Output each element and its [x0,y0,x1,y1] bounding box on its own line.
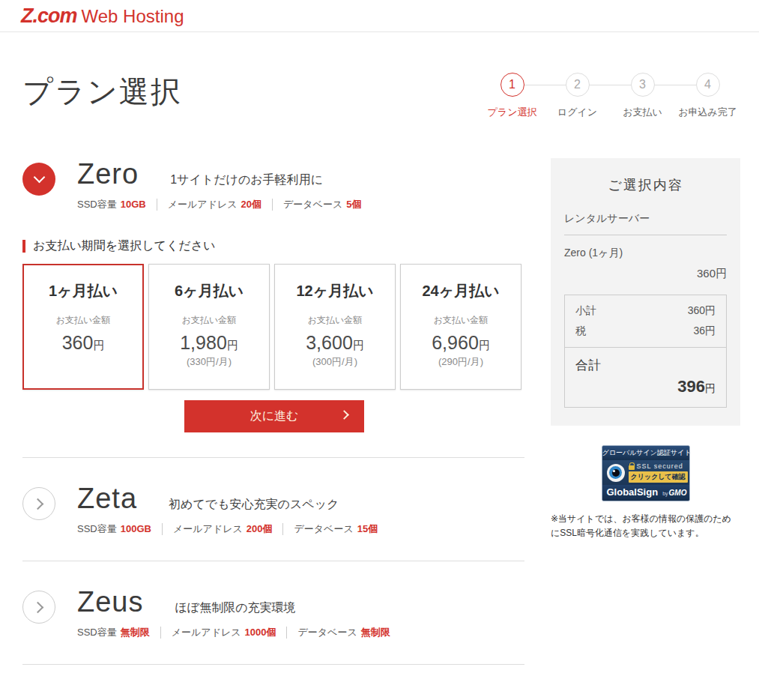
payment-option-24month[interactable]: 24ヶ月払い お支払い金額 6,960円 (290円/月) [400,264,521,390]
seal-title: グローバルサイン認証サイト [602,446,689,460]
option-price: 1,980円 [149,332,269,354]
plan-zeus-desc: ほぼ無制限の充実環境 [175,600,295,616]
option-price: 6,960円 [401,332,521,354]
spec-value: 5個 [346,198,361,211]
spec-value: 1000個 [245,626,276,639]
price-number: 3,600 [306,332,353,353]
plan-zeta-name: Zeta [77,483,137,515]
price-number: 6,960 [432,332,479,353]
option-price: 3,600円 [275,332,395,354]
option-amount-label: お支払い金額 [24,314,142,327]
spec-label: メールアドレス [168,198,238,211]
spec-separator [272,199,273,211]
globalsign-ssl-seal[interactable]: グローバルサイン認証サイト SSL secured クリックして確認 [602,445,690,501]
option-amount-label: お支払い金額 [275,314,395,327]
globalsign-wordmark: GlobalSign [607,486,659,498]
next-button-label: 次に進む [250,409,299,422]
total-value: 396円 [575,377,716,396]
option-monthly-price: (290円/月) [401,355,521,369]
plan-zeta-specs: SSD容量100GB メールアドレス200個 データベース15個 [77,522,378,536]
step-4-label: お申込み完了 [678,106,737,119]
step-2-label: ログイン [557,106,597,119]
spec-label: SSD容量 [77,198,117,211]
ssl-note: ※当サイトでは、お客様の情報の保護のためにSSL暗号化通信を実践しています。 [551,512,740,540]
total-label: 合計 [575,357,716,374]
section-divider [22,664,524,665]
plan-zero-name: Zero [77,158,139,190]
click-to-verify-badge: クリックして確認 [629,471,688,483]
option-title: 12ヶ月払い [275,281,395,301]
summary-category: レンタルサーバー [564,212,727,235]
spec-separator [157,199,157,211]
step-4-circle: 4 [696,73,720,97]
summary-title: ご選択内容 [564,176,727,194]
plan-zeus-expand-button[interactable] [22,591,55,624]
step-plan-select: 1 プラン選択 [480,73,545,119]
price-unit: 円 [93,339,104,351]
spec-label: メールアドレス [172,626,241,639]
selection-summary-panel: ご選択内容 レンタルサーバー Zero (1ヶ月) 360円 小計 360円 税 [551,158,740,426]
plan-zeta-expand-button[interactable] [22,487,55,520]
lock-icon [629,465,635,470]
plan-zeus-specs: SSD容量無制限 メールアドレス1000個 データベース無制限 [77,626,390,639]
total-unit: 円 [705,382,716,394]
spec-value: 200個 [247,522,273,536]
page-title: プラン選択 [22,71,182,112]
top-header: Z.com Web Hosting [0,0,759,32]
spec-separator [282,523,283,535]
option-title: 1ヶ月払い [24,281,142,301]
globalsign-eye-icon [607,464,625,482]
spec-value: 無制限 [361,626,390,639]
spec-value: 100GB [121,523,151,534]
total-amount: 396 [677,377,705,396]
option-amount-label: お支払い金額 [149,314,269,327]
option-amount-label: お支払い金額 [401,314,521,327]
chevron-down-icon [33,172,45,184]
tax-row: 税 36円 [575,325,716,338]
spec-separator [286,627,287,639]
section-divider [22,457,524,458]
plan-zero-desc: 1サイトだけのお手軽利用に [170,172,323,188]
option-title: 6ヶ月払い [149,281,269,301]
payment-period-heading: お支払い期間を選択してください [22,238,524,254]
spec-value: 20個 [241,198,261,211]
payment-option-6month[interactable]: 6ヶ月払い お支払い金額 1,980円 (330円/月) [148,264,270,390]
step-payment: 3 お支払い [610,73,675,119]
spec-label: データベース [294,522,353,536]
plan-zeus-name: Zeus [77,586,143,618]
by-text: by [662,491,668,496]
step-1-circle: 1 [501,73,524,97]
tax-value: 36円 [693,325,716,338]
price-unit: 円 [227,339,238,351]
payment-option-1month[interactable]: 1ヶ月払い お支払い金額 360円 [22,264,144,390]
tax-label: 税 [575,325,586,338]
chevron-right-icon [339,410,349,420]
plan-zero-specs: SSD容量10GB メールアドレス20個 データベース5個 [77,198,361,211]
chevron-right-icon [31,498,43,510]
subtotal-row: 小計 360円 [575,304,716,318]
next-button[interactable]: 次に進む [184,400,364,432]
payment-option-12month[interactable]: 12ヶ月払い お支払い金額 3,600円 (300円/月) [274,264,396,390]
logo-zcom-text: Z.com [21,4,77,28]
spec-value: 15個 [357,522,378,536]
section-divider [22,561,524,561]
spec-label: メールアドレス [173,522,243,536]
spec-separator [160,627,161,639]
price-unit: 円 [353,339,364,351]
zcom-logo[interactable]: Z.com Web Hosting [21,4,184,28]
spec-label: データベース [297,626,357,639]
heading-accent-bar [22,240,25,253]
price-unit: 円 [479,339,490,351]
subtotal-value: 360円 [688,304,716,318]
chevron-right-icon [31,601,43,613]
step-1-label: プラン選択 [488,106,537,119]
spec-label: SSD容量 [77,522,117,536]
spec-value: 10GB [121,199,146,210]
plan-zero-collapse-button[interactable] [22,163,55,196]
page: Z.com Web Hosting プラン選択 1 プラン選択 2 ログイン 3… [0,0,759,700]
price-number: 360 [62,332,94,353]
spec-separator [162,523,163,535]
spec-label: データベース [283,198,342,211]
step-3-circle: 3 [631,73,655,97]
plan-zero-header: Zero 1サイトだけのお手軽利用に SSD容量10GB メールアドレス20個 … [22,158,524,211]
